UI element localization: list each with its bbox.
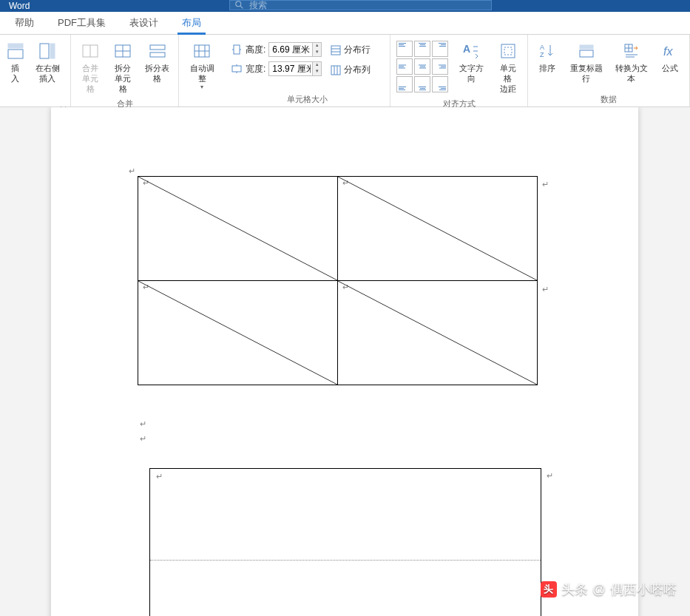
align-middle-right[interactable]	[432, 58, 448, 75]
repeat-header-icon	[576, 41, 597, 61]
align-top-center[interactable]	[414, 41, 430, 57]
spin-down-icon[interactable]: ▼	[312, 50, 321, 56]
svg-rect-27	[504, 47, 512, 55]
svg-rect-31	[580, 50, 593, 57]
tab-pdf-tools[interactable]: PDF工具集	[46, 12, 118, 34]
tab-table-design[interactable]: 表设计	[118, 12, 170, 34]
table-cell[interactable]: ↵	[338, 281, 538, 385]
search-placeholder: 搜索	[249, 0, 267, 12]
svg-point-0	[236, 1, 241, 7]
page[interactable]: ↵ ↵ ↵ ↵ ↵	[51, 107, 638, 616]
group-rows-columns-label: ⇲	[0, 104, 70, 106]
paragraph-mark: ↵	[342, 282, 349, 291]
group-rows-columns: 插入 在右侧插入 ⇲	[0, 35, 71, 106]
width-icon	[231, 63, 243, 75]
split-cells-button[interactable]: 拆分 单元格	[106, 38, 139, 97]
svg-line-41	[338, 281, 537, 385]
diagonal-line	[138, 177, 337, 280]
split-table-icon	[147, 41, 168, 61]
cell-margins-button[interactable]: 单元格 边距	[492, 38, 524, 97]
group-alignment: A 文字方向 单元格 边距 对齐方式	[390, 35, 528, 106]
watermark-at: @	[592, 582, 606, 598]
distribute-cols-label: 分布列	[344, 64, 371, 76]
svg-text:Z: Z	[540, 51, 544, 58]
autofit-icon	[192, 41, 212, 61]
repeat-header-label: 重复标题行	[568, 63, 604, 84]
svg-rect-4	[40, 44, 49, 58]
split-table-button[interactable]: 拆分表格	[139, 38, 175, 87]
svg-line-39	[338, 177, 537, 280]
svg-rect-11	[150, 45, 165, 50]
repeat-header-button[interactable]: 重复标题行	[564, 38, 609, 87]
table-cell[interactable]: ↵	[138, 281, 338, 385]
watermark-author: 偶西小嗒嗒	[610, 581, 677, 598]
svg-rect-12	[150, 53, 165, 57]
toutiao-logo-icon: 头	[541, 581, 557, 598]
svg-text:fx: fx	[663, 45, 673, 58]
convert-to-text-button[interactable]: 转换为文本	[609, 38, 654, 87]
align-bottom-right[interactable]	[432, 76, 448, 92]
document-table[interactable]: ↵ ↵ ↵ ↵	[138, 176, 538, 385]
svg-rect-30	[580, 45, 593, 49]
group-cell-size: 高度: ▲▼ 宽度: ▲▼	[225, 35, 390, 106]
height-row: 高度: ▲▼	[231, 42, 322, 57]
text-direction-label: 文字方向	[456, 63, 487, 84]
autofit-label: 自动调整	[186, 63, 217, 84]
table-row: ↵ ↵	[138, 177, 538, 281]
paragraph-mark: ↵	[129, 166, 135, 176]
align-middle-left[interactable]	[396, 58, 413, 75]
align-bottom-left[interactable]	[396, 76, 413, 92]
table-cell[interactable]: ↵	[338, 177, 538, 281]
table-cell[interactable]: ↵	[138, 177, 338, 281]
sort-label: 排序	[539, 63, 555, 73]
convert-to-text-icon	[621, 41, 642, 61]
ribbon-tabs: 帮助 PDF工具集 表设计 布局	[0, 12, 690, 35]
convert-to-text-label: 转换为文本	[613, 63, 649, 84]
ribbon: 插入 在右侧插入 ⇲ 合并 单元格	[0, 35, 690, 107]
distribute-rows-button[interactable]: 分布行	[328, 42, 373, 58]
autofit-button[interactable]: 自动调整 ▾	[182, 38, 222, 93]
text-direction-button[interactable]: A 文字方向	[451, 38, 492, 87]
tab-layout[interactable]: 布局	[170, 12, 213, 34]
split-table-label: 拆分表格	[143, 63, 171, 84]
svg-rect-2	[8, 50, 23, 58]
text-box-shape[interactable]: ↵	[149, 468, 541, 616]
table-row: ↵ ↵	[138, 281, 538, 385]
align-bottom-center[interactable]	[414, 76, 430, 92]
group-merge: 合并 单元格 拆分 单元格 拆分表格 合并	[71, 35, 179, 106]
document-area[interactable]: ↵ ↵ ↵ ↵ ↵	[0, 107, 690, 616]
search-icon	[234, 0, 245, 10]
formula-button[interactable]: fx 公式	[654, 38, 686, 76]
sort-button[interactable]: AZ 排序	[531, 38, 564, 76]
watermark-prefix: 头条	[561, 581, 588, 598]
paragraph-mark: ↵	[542, 285, 549, 294]
spin-up-icon[interactable]: ▲	[312, 43, 321, 50]
diagonal-line	[338, 177, 537, 280]
spin-up-icon[interactable]: ▲	[312, 62, 321, 69]
merge-cells-button[interactable]: 合并 单元格	[74, 38, 106, 97]
insert-button-clipped[interactable]: 插入	[3, 38, 27, 87]
formula-label: 公式	[662, 63, 678, 73]
align-middle-center[interactable]	[414, 58, 430, 75]
align-top-right[interactable]	[432, 41, 448, 57]
svg-rect-22	[331, 66, 340, 75]
insert-right-button[interactable]: 在右侧插入	[27, 38, 67, 87]
paragraph-mark: ↵	[342, 178, 349, 187]
align-top-left[interactable]	[396, 41, 413, 57]
tab-help[interactable]: 帮助	[3, 12, 46, 34]
svg-rect-19	[331, 46, 340, 55]
distribute-rows-label: 分布行	[344, 44, 371, 56]
merge-cells-icon	[80, 41, 101, 61]
paragraph-mark: ↵	[547, 471, 553, 481]
height-label: 高度:	[246, 44, 265, 56]
search-box[interactable]: 搜索	[229, 0, 492, 10]
paragraph-mark: ↵	[140, 419, 146, 429]
svg-rect-5	[50, 44, 55, 58]
distribute-cols-button[interactable]: 分布列	[328, 62, 373, 78]
svg-text:A: A	[463, 43, 470, 55]
svg-line-38	[138, 177, 337, 280]
svg-rect-17	[234, 45, 240, 54]
draw-guide-line	[150, 560, 541, 561]
spin-down-icon[interactable]: ▼	[312, 69, 321, 75]
group-data-label: 数据	[528, 92, 689, 106]
